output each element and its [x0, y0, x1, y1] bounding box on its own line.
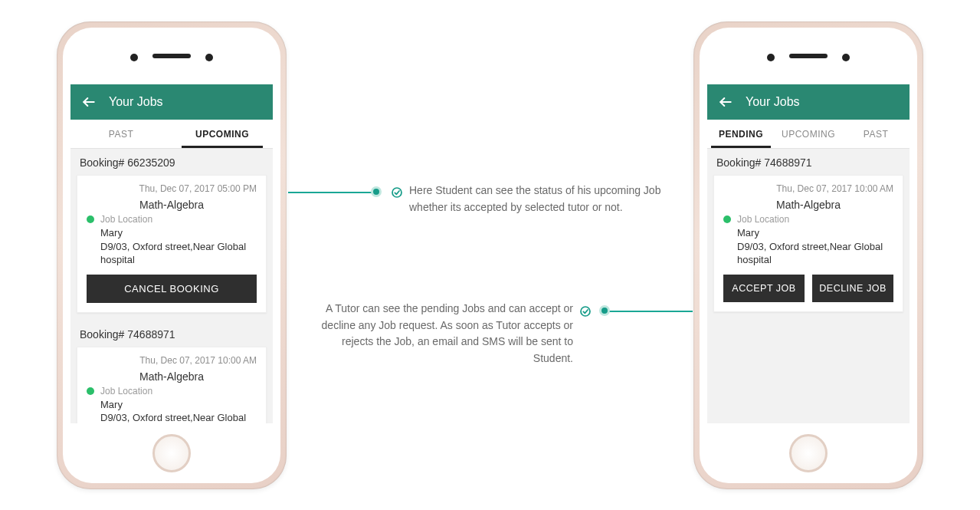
app-bar-title: Your Jobs	[109, 95, 163, 109]
client-name: Mary	[100, 227, 123, 239]
home-button[interactable]	[152, 434, 191, 472]
tab-past[interactable]: PAST	[70, 120, 172, 148]
checkmark-icon	[579, 305, 592, 318]
booking-date: Thu, Dec 07, 2017 10:00 AM	[723, 183, 893, 194]
screen: Your Jobs PAST UPCOMING Booking# 6623520…	[70, 84, 273, 423]
callout-tutor: A Tutor can see the pending Jobs and can…	[306, 301, 573, 367]
booking-address: Mary D9/03, Oxford street,Near Global ho…	[723, 226, 893, 267]
booking-header: Booking# 74688971	[707, 149, 910, 173]
tab-past[interactable]: PAST	[842, 120, 910, 148]
location-dot-icon	[723, 216, 731, 223]
booking-date: Thu, Dec 07, 2017 05:00 PM	[87, 183, 257, 194]
client-address: D9/03, Oxford street,Near Global hospita…	[100, 412, 246, 423]
connector-line	[608, 311, 693, 312]
phone-top-hardware	[700, 28, 917, 84]
camera-dot	[842, 54, 850, 61]
app-bar-title: Your Jobs	[746, 95, 800, 109]
svg-point-3	[581, 307, 590, 316]
app-bar: Your Jobs	[70, 84, 273, 120]
tabs: PENDING UPCOMING PAST	[707, 120, 910, 149]
booking-header: Booking# 66235209	[70, 149, 273, 173]
svg-point-2	[392, 188, 402, 197]
location-dot-icon	[87, 216, 94, 223]
booking-card: Thu, Dec 07, 2017 10:00 AM Math-Algebra …	[713, 175, 903, 312]
connector-node-icon	[599, 305, 610, 316]
tab-upcoming[interactable]: UPCOMING	[172, 120, 273, 148]
home-button[interactable]	[789, 434, 828, 472]
location-row: Job Location	[723, 214, 893, 225]
screen: Your Jobs PENDING UPCOMING PAST Booking#…	[707, 84, 910, 423]
tab-pending[interactable]: PENDING	[707, 120, 775, 148]
connector-node-icon	[371, 186, 382, 197]
location-label: Job Location	[100, 386, 152, 396]
booking-address: Mary D9/03, Oxford street,Near Global ho…	[87, 226, 257, 267]
location-row: Job Location	[87, 214, 257, 225]
tab-upcoming[interactable]: UPCOMING	[775, 120, 842, 148]
tabs: PAST UPCOMING	[70, 120, 273, 149]
location-label: Job Location	[100, 214, 152, 225]
checkmark-icon	[391, 186, 403, 199]
connector-line	[288, 192, 372, 193]
booking-header: Booking# 74688971	[70, 321, 273, 345]
client-name: Mary	[100, 399, 123, 410]
phone-tutor: Your Jobs PENDING UPCOMING PAST Booking#…	[693, 21, 923, 489]
app-bar: Your Jobs	[707, 84, 910, 120]
booking-subject: Math-Algebra	[87, 370, 257, 383]
booking-subject: Math-Algebra	[87, 199, 257, 211]
location-row: Job Location	[87, 386, 257, 396]
callout-student: Here Student can see the status of his u…	[409, 183, 662, 216]
back-arrow-icon[interactable]	[81, 94, 97, 110]
client-address: D9/03, Oxford street,Near Global hospita…	[100, 241, 246, 266]
booking-card: Thu, Dec 07, 2017 10:00 AM Math-Algebra …	[77, 347, 267, 423]
phone-student: Your Jobs PAST UPCOMING Booking# 6623520…	[57, 21, 287, 489]
phone-body: Your Jobs PAST UPCOMING Booking# 6623520…	[63, 28, 280, 483]
booking-card: Thu, Dec 07, 2017 05:00 PM Math-Algebra …	[77, 175, 267, 313]
back-arrow-icon[interactable]	[718, 94, 733, 110]
jobs-list: Booking# 66235209 Thu, Dec 07, 2017 05:0…	[70, 149, 273, 423]
accept-job-button[interactable]: ACCEPT JOB	[723, 275, 805, 302]
location-label: Job Location	[737, 214, 789, 225]
location-dot-icon	[87, 387, 94, 395]
decline-job-button[interactable]: DECLINE JOB	[812, 275, 893, 302]
sensor-dot	[767, 54, 775, 61]
speaker-slot	[152, 54, 191, 58]
sensor-dot	[130, 54, 138, 61]
client-name: Mary	[737, 227, 759, 239]
booking-address: Mary D9/03, Oxford street,Near Global ho…	[87, 398, 257, 423]
client-address: D9/03, Oxford street,Near Global hospita…	[737, 241, 883, 266]
action-buttons: ACCEPT JOB DECLINE JOB	[723, 275, 893, 302]
booking-date: Thu, Dec 07, 2017 10:00 AM	[87, 355, 257, 366]
cancel-booking-button[interactable]: CANCEL BOOKING	[87, 275, 257, 303]
speaker-slot	[789, 54, 828, 58]
phone-body: Your Jobs PENDING UPCOMING PAST Booking#…	[700, 28, 917, 483]
phone-top-hardware	[63, 28, 280, 84]
booking-subject: Math-Algebra	[723, 199, 893, 211]
jobs-list: Booking# 74688971 Thu, Dec 07, 2017 10:0…	[707, 149, 910, 320]
camera-dot	[205, 54, 213, 61]
